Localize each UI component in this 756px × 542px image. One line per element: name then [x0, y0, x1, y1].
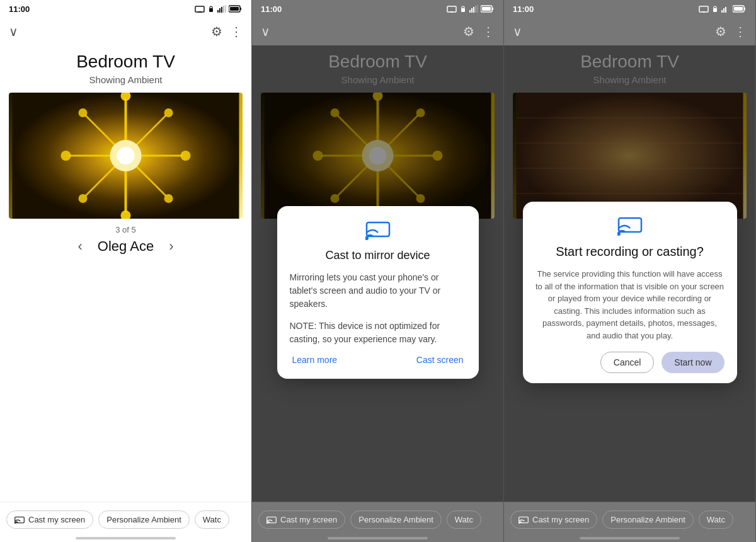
device-title-1: Bedroom TV — [76, 52, 175, 72]
svg-point-22 — [164, 108, 173, 117]
svg-rect-36 — [469, 10, 471, 13]
cast-dialog-icon-3 — [617, 217, 643, 236]
learn-more-button[interactable]: Learn more — [290, 351, 340, 369]
svg-point-24 — [164, 194, 173, 203]
artist-name-1: Oleg Ace — [98, 238, 154, 255]
svg-rect-63 — [367, 222, 389, 236]
watch-label-1: Watc — [203, 515, 221, 524]
lock-icon-2 — [459, 5, 467, 13]
screen-record-icon — [195, 5, 205, 13]
main-content-2: Bedroom TV Showing Ambient — [252, 45, 503, 502]
signal-icon — [217, 5, 226, 13]
bottom-bar-2: Cast my screen Personalize Ambient Watc — [252, 502, 503, 537]
chevron-down-icon-1[interactable]: ∨ — [9, 24, 18, 39]
chevron-down-icon-3[interactable]: ∨ — [513, 24, 522, 39]
watch-button-2[interactable]: Watc — [447, 510, 481, 529]
cast-mirror-dialog: Cast to mirror device Mirroring lets you… — [277, 206, 479, 379]
svg-rect-67 — [699, 6, 708, 12]
svg-rect-43 — [482, 7, 491, 11]
dialog-icon-3 — [536, 217, 724, 238]
status-icons-3 — [699, 5, 747, 13]
cast-icon-1 — [14, 516, 25, 524]
watch-label-3: Watc — [707, 515, 725, 524]
main-content-1: Bedroom TV Showing Ambient — [0, 45, 251, 502]
cast-icon-3 — [518, 516, 529, 524]
lock-icon — [207, 5, 215, 13]
home-indicator-1 — [76, 537, 176, 539]
svg-rect-81 — [619, 218, 641, 232]
svg-rect-72 — [725, 7, 726, 13]
status-icons-2 — [447, 5, 495, 13]
watch-button-3[interactable]: Watc — [699, 510, 733, 529]
pagination-1: 3 of 5 — [115, 225, 136, 234]
next-arrow-1[interactable]: › — [169, 238, 173, 255]
svg-point-27 — [61, 151, 71, 161]
settings-icon-1[interactable]: ⚙ — [211, 24, 222, 39]
home-indicator-2 — [328, 537, 428, 539]
cast-my-screen-button-1[interactable]: Cast my screen — [6, 510, 93, 529]
screen-record-icon-2 — [447, 5, 457, 13]
svg-rect-70 — [721, 10, 723, 13]
svg-rect-38 — [473, 7, 474, 13]
cast-my-screen-button-2[interactable]: Cast my screen — [258, 510, 345, 529]
svg-rect-33 — [447, 6, 456, 12]
cast-screen-button[interactable]: Cast screen — [414, 351, 466, 369]
svg-rect-40 — [477, 5, 478, 13]
dialog-body-3: The service providing this function will… — [536, 268, 724, 342]
svg-rect-39 — [475, 6, 476, 13]
settings-icon-2[interactable]: ⚙ — [463, 24, 474, 39]
svg-rect-4 — [217, 10, 219, 13]
dialog-title-2: Cast to mirror device — [290, 249, 466, 262]
artist-nav-1: ‹ Oleg Ace › — [78, 238, 174, 255]
nav-right-1: ⚙ ⋮ — [211, 24, 243, 39]
prev-arrow-1[interactable]: ‹ — [78, 238, 83, 255]
cast-my-screen-button-3[interactable]: Cast my screen — [510, 510, 597, 529]
ambient-svg-1 — [9, 93, 243, 219]
lock-icon-3 — [711, 5, 719, 13]
cancel-button[interactable]: Cancel — [600, 352, 655, 373]
chevron-down-icon-2[interactable]: ∨ — [261, 24, 270, 39]
home-indicator-3 — [580, 537, 680, 539]
dialog-note-2: NOTE: This device is not optimized for c… — [290, 320, 466, 346]
personalize-button-1[interactable]: Personalize Ambient — [98, 510, 190, 529]
dialog-actions-3: Cancel Start now — [536, 352, 724, 373]
status-time-2: 11:00 — [261, 4, 282, 14]
personalize-label-1: Personalize Ambient — [106, 515, 181, 524]
nav-right-2: ⚙ ⋮ — [463, 24, 495, 39]
more-icon-1[interactable]: ⋮ — [230, 24, 243, 39]
signal-icon-2 — [469, 5, 478, 13]
cast-screen-label-3: Cast my screen — [532, 515, 589, 524]
phone-panel-1: 11:00 — [0, 0, 252, 542]
cast-screen-label-2: Cast my screen — [280, 515, 337, 524]
more-icon-3[interactable]: ⋮ — [734, 24, 747, 39]
svg-rect-34 — [450, 11, 453, 13]
status-time-1: 11:00 — [9, 4, 30, 14]
watch-button-1[interactable]: Watc — [195, 510, 229, 529]
start-now-button[interactable]: Start now — [662, 352, 724, 373]
cast-dialog-icon-2 — [365, 221, 391, 240]
svg-rect-7 — [223, 6, 224, 13]
status-bar-2: 11:00 — [252, 0, 503, 18]
svg-rect-11 — [230, 7, 239, 11]
dialog-body-2: Mirroring lets you cast your phone's or … — [290, 271, 466, 311]
settings-icon-3[interactable]: ⚙ — [715, 24, 726, 39]
svg-rect-10 — [240, 8, 241, 10]
overlay-3: Start recording or casting? The service … — [504, 45, 755, 502]
svg-rect-75 — [734, 7, 743, 11]
svg-rect-0 — [195, 6, 204, 12]
personalize-button-2[interactable]: Personalize Ambient — [350, 510, 442, 529]
svg-point-30 — [117, 147, 135, 164]
personalize-label-2: Personalize Ambient — [358, 515, 433, 524]
signal-icon-3 — [721, 5, 730, 13]
more-icon-2[interactable]: ⋮ — [482, 24, 495, 39]
personalize-button-3[interactable]: Personalize Ambient — [602, 510, 694, 529]
svg-rect-69 — [713, 8, 717, 12]
svg-rect-35 — [461, 8, 465, 12]
svg-rect-42 — [492, 8, 493, 10]
dialog-actions-2: Learn more Cast screen — [290, 346, 466, 369]
svg-point-23 — [181, 151, 191, 161]
overlay-2: Cast to mirror device Mirroring lets you… — [252, 45, 503, 502]
nav-bar-2: ∨ ⚙ ⋮ — [252, 18, 503, 45]
personalize-label-3: Personalize Ambient — [610, 515, 685, 524]
status-icons-1 — [195, 5, 243, 13]
